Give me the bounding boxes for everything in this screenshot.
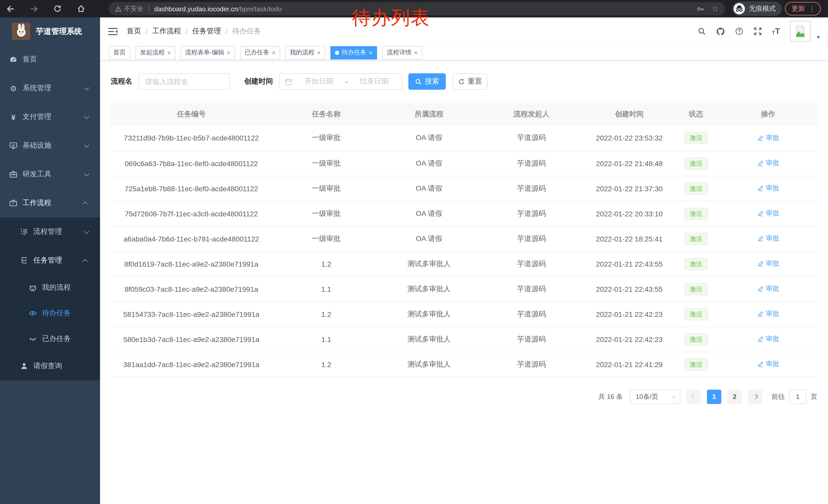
reset-button[interactable]: 重置 (452, 73, 487, 90)
monitor-icon (9, 141, 17, 150)
key-icon[interactable] (696, 5, 704, 12)
breadcrumb-workflow[interactable]: 工作流程 (152, 27, 181, 36)
close-icon[interactable]: × (272, 49, 276, 56)
page-size-select[interactable]: 10条/页 (630, 390, 680, 404)
reload-icon[interactable] (52, 4, 63, 14)
user-icon (20, 362, 28, 370)
breadcrumb-home[interactable]: 首页 (127, 27, 141, 36)
cell-create-time: 2022-01-21 22:41:29 (586, 352, 673, 377)
approve-button[interactable]: 审批 (757, 234, 779, 243)
cell-actions: 审批 (719, 151, 817, 176)
refresh-icon (458, 78, 464, 85)
sidebar-logo[interactable]: 芋道管理系统 (0, 17, 100, 45)
edit-icon (757, 261, 764, 267)
not-secure-warning[interactable]: 不安全 (115, 4, 143, 13)
cell-actions: 审批 (719, 302, 817, 327)
approve-button[interactable]: 审批 (757, 310, 779, 319)
not-secure-label: 不安全 (124, 4, 143, 13)
process-name-input[interactable] (138, 73, 230, 90)
sidebar-item-todo-tasks[interactable]: 待办任务 (0, 301, 100, 326)
sidebar-item-home[interactable]: 首页 (0, 45, 100, 74)
approve-button[interactable]: 审批 (757, 360, 779, 369)
close-icon[interactable]: × (227, 49, 230, 56)
chevron-down-icon (84, 85, 89, 90)
sidebar-item-process-management[interactable]: 流程管理 (0, 217, 100, 246)
page-button-1[interactable]: 1 (707, 390, 721, 404)
page-button-2[interactable]: 2 (728, 390, 742, 404)
cell-task-id: 580e1b3d-7ac8-11ec-a9e2-a2380e71991a (111, 327, 272, 352)
tab-process-form-edit[interactable]: 流程表单-编辑× (180, 46, 235, 59)
update-button[interactable]: 更新 ⋮ (785, 2, 821, 15)
create-time-label: 创建时间 (244, 77, 273, 86)
forward-icon[interactable] (29, 4, 39, 14)
github-icon[interactable] (716, 27, 724, 36)
close-icon[interactable]: × (167, 49, 171, 56)
top-navbar: 首页 / 工作流程 / 任务管理 / 待办任务 (100, 17, 828, 45)
sidebar-item-task-management[interactable]: 任务管理 (0, 246, 100, 275)
sidebar-item-my-process[interactable]: 我的流程 (0, 275, 100, 301)
col-status: 状态 (673, 103, 719, 126)
avatar-caret-icon[interactable]: ▾ (817, 34, 820, 42)
avatar[interactable] (790, 21, 811, 42)
tab-home[interactable]: 首页 (109, 46, 130, 59)
status-badge: 激活 (685, 157, 708, 170)
back-icon[interactable] (5, 4, 15, 14)
table-row: a6aba0a4-7b6d-11ec-b781-acde48001122 一级审… (111, 226, 817, 251)
sidebar-item-devtools[interactable]: 研发工具 (0, 160, 100, 189)
tab-done-tasks[interactable]: 已办任务× (240, 46, 280, 59)
close-icon[interactable]: × (414, 49, 418, 56)
start-date-placeholder: 开始日期 (296, 77, 341, 86)
tab-my-process[interactable]: 我的流程× (285, 46, 325, 59)
eye-icon (29, 309, 37, 317)
broken-image-icon (795, 25, 806, 37)
approve-button[interactable]: 审批 (757, 184, 779, 193)
approve-button[interactable]: 审批 (757, 284, 779, 293)
sidebar-item-system[interactable]: ⚙ 系统管理 (0, 74, 100, 102)
search-button[interactable]: 搜索 (408, 73, 446, 90)
sidebar: 芋道管理系统 首页 ⚙ 系统管理 ¥ 支付管理 (0, 17, 100, 504)
cell-task-id: 069c6a63-7b8a-11ec-8ef0-acde48001122 (111, 151, 272, 176)
breadcrumb-task-management[interactable]: 任务管理 (192, 27, 221, 36)
approve-button[interactable]: 审批 (757, 259, 779, 268)
cell-process: OA 请假 (381, 226, 478, 251)
tab-process-detail[interactable]: 流程详情× (382, 46, 422, 59)
tab-start-process[interactable]: 发起流程× (135, 46, 175, 59)
close-icon[interactable]: × (317, 49, 321, 56)
home-icon[interactable] (76, 4, 86, 14)
jump-page-input[interactable] (789, 390, 806, 404)
status-badge: 激活 (685, 308, 708, 320)
sidebar-item-workflow[interactable]: 工作流程 (0, 189, 100, 217)
sidebar-item-done-tasks[interactable]: 已办任务 (0, 326, 100, 352)
help-icon[interactable] (735, 27, 743, 35)
approve-button[interactable]: 审批 (757, 209, 779, 218)
cell-status: 激活 (673, 352, 719, 377)
table-row: 580e1b3d-7ac8-11ec-a9e2-a2380e71991a 1.1… (111, 327, 817, 352)
col-create-time: 创建时间 (586, 103, 673, 126)
browser-menu-icon[interactable]: ⋮ (809, 5, 816, 13)
cell-task-id: 75d72608-7b7f-11ec-a3c8-acde48001122 (111, 201, 272, 226)
close-icon[interactable]: × (369, 49, 372, 56)
fullscreen-icon[interactable] (753, 27, 761, 35)
cell-process: 测试多审批人 (381, 302, 478, 327)
warning-triangle-icon (115, 5, 122, 12)
search-icon[interactable] (697, 27, 706, 35)
approve-button[interactable]: 审批 (757, 334, 779, 344)
next-page-button[interactable] (748, 390, 762, 404)
cell-status: 激活 (673, 176, 719, 201)
tags-view: 首页 发起流程× 流程表单-编辑× 已办任务× 我的流程× 待办任务× 流程详情… (100, 45, 828, 60)
prev-page-button[interactable] (687, 390, 701, 404)
cell-starter: 芋道源码 (478, 176, 585, 201)
sidebar-item-payment[interactable]: ¥ 支付管理 (0, 102, 100, 131)
date-range-picker[interactable]: 开始日期 - 结束日期 (279, 73, 402, 90)
sidebar-toggle-icon[interactable] (108, 28, 118, 35)
approve-button[interactable]: 审批 (757, 159, 779, 168)
tab-todo-tasks[interactable]: 待办任务× (330, 46, 377, 59)
edit-icon (757, 160, 764, 167)
approve-button[interactable]: 审批 (757, 133, 779, 142)
font-size-icon[interactable]: TT (772, 27, 780, 35)
table-row: 725a1eb6-7b88-11ec-8ef0-acde48001122 一级审… (111, 176, 817, 201)
sidebar-item-leave-query[interactable]: 请假查询 (0, 352, 100, 380)
chevron-down-icon (84, 171, 89, 176)
sidebar-item-infrastructure[interactable]: 基础设施 (0, 131, 100, 160)
bookmark-star-icon[interactable]: ☆ (711, 5, 719, 13)
